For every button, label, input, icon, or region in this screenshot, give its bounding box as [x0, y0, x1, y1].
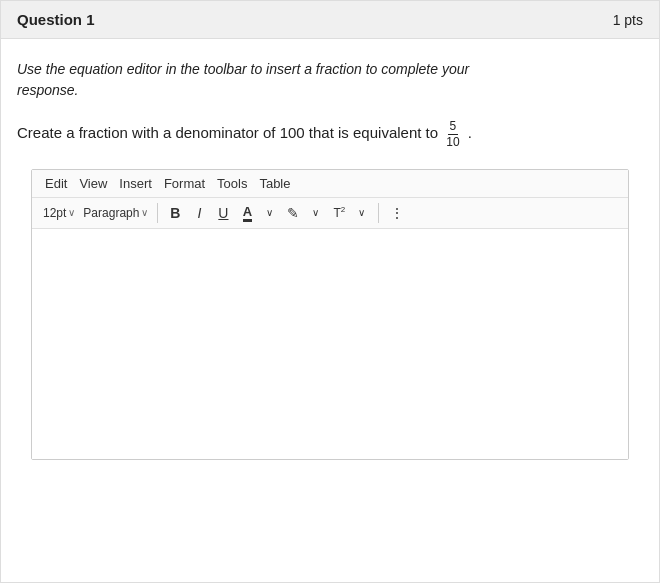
toolbar-bar: 12pt ∨ Paragraph ∨ B I U A — [32, 198, 628, 229]
paragraph-style-value: Paragraph — [83, 206, 139, 220]
highlight-button[interactable]: ✎ — [282, 203, 304, 223]
question-body: Use the equation editor in the toolbar t… — [1, 39, 659, 484]
menu-tools[interactable]: Tools — [214, 174, 250, 193]
font-color-chevron-icon: ∨ — [266, 207, 273, 218]
page-container: Question 1 1 pts Use the equation editor… — [0, 0, 660, 583]
superscript-chevron-icon: ∨ — [358, 207, 365, 218]
superscript-button[interactable]: T2 — [328, 203, 350, 222]
more-options-icon: ⋮ — [390, 205, 404, 221]
question-pts: 1 pts — [613, 12, 643, 28]
font-color-group: A ∨ — [236, 202, 280, 224]
font-color-chevron-button[interactable]: ∨ — [258, 205, 280, 220]
superscript-label: T2 — [334, 205, 346, 220]
italic-button[interactable]: I — [188, 203, 210, 223]
bold-button[interactable]: B — [164, 203, 186, 223]
highlight-icon: ✎ — [287, 205, 299, 221]
menu-edit[interactable]: Edit — [42, 174, 70, 193]
editor-area[interactable] — [32, 229, 628, 459]
menu-insert[interactable]: Insert — [116, 174, 155, 193]
fraction-prompt-after: . — [468, 124, 472, 141]
menu-bar: Edit View Insert Format Tools Table — [32, 170, 628, 198]
font-size-value: 12pt — [43, 206, 66, 220]
underline-button[interactable]: U — [212, 203, 234, 223]
superscript-group: T2 ∨ — [328, 203, 372, 222]
paragraph-style-select[interactable]: Paragraph ∨ — [80, 204, 151, 222]
divider-2 — [378, 203, 379, 223]
instruction-line2: response. — [17, 82, 78, 98]
more-options-button[interactable]: ⋮ — [385, 203, 409, 223]
divider-1 — [157, 203, 158, 223]
fraction-display: 5 10 — [444, 119, 461, 149]
font-color-icon: A — [243, 204, 252, 222]
fraction-numerator: 5 — [448, 119, 459, 134]
highlight-chevron-button[interactable]: ∨ — [304, 205, 326, 220]
superscript-chevron-button[interactable]: ∨ — [350, 205, 372, 220]
fraction-denominator: 10 — [444, 135, 461, 149]
paragraph-chevron: ∨ — [141, 207, 148, 218]
font-size-chevron: ∨ — [68, 207, 75, 218]
menu-table[interactable]: Table — [256, 174, 293, 193]
highlight-group: ✎ ∨ — [282, 203, 326, 223]
font-size-select[interactable]: 12pt ∨ — [40, 204, 78, 222]
menu-format[interactable]: Format — [161, 174, 208, 193]
font-color-button[interactable]: A — [236, 202, 258, 224]
instruction-line1: Use the equation editor in the toolbar t… — [17, 61, 469, 77]
menu-view[interactable]: View — [76, 174, 110, 193]
question-header: Question 1 1 pts — [1, 1, 659, 39]
question-title: Question 1 — [17, 11, 95, 28]
fraction-prompt: Create a fraction with a denominator of … — [17, 119, 643, 149]
editor-container: Edit View Insert Format Tools Table 12pt… — [31, 169, 629, 460]
fraction-prompt-before: Create a fraction with a denominator of … — [17, 124, 438, 141]
instruction-text: Use the equation editor in the toolbar t… — [17, 59, 643, 101]
highlight-chevron-icon: ∨ — [312, 207, 319, 218]
